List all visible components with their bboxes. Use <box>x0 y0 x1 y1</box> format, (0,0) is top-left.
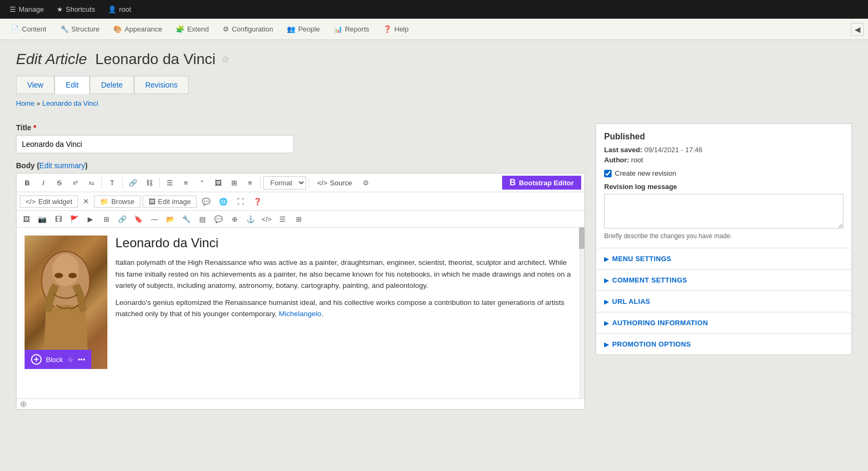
manage-label: Manage <box>19 5 44 13</box>
align-button[interactable]: ≡ <box>243 176 257 190</box>
revision-log-textarea[interactable] <box>604 194 843 229</box>
menu-settings-section[interactable]: ▶ MENU SETTINGS <box>596 248 851 270</box>
remove-format-button[interactable]: T <box>105 176 120 190</box>
insert-columns-icon-btn[interactable]: ▤ <box>196 213 209 225</box>
url-alias-section[interactable]: ▶ URL ALIAS <box>596 291 851 312</box>
format-dropdown[interactable]: Format <box>263 176 306 190</box>
tab-view[interactable]: View <box>16 76 54 94</box>
insert-flag-icon-btn[interactable]: 🚩 <box>68 213 81 225</box>
resize-icon: ⊕ <box>20 399 27 409</box>
config-icon: ⚙ <box>223 25 229 33</box>
people-icon: 👥 <box>287 25 295 33</box>
insert-special-icon-btn[interactable]: ⊕ <box>228 213 241 225</box>
insert-html-icon-btn[interactable]: </> <box>260 213 273 225</box>
toolbar-sep-3 <box>159 177 160 188</box>
block-overlay[interactable]: + Block ☆ ••• <box>25 350 91 369</box>
manage-menu-item[interactable]: ☰ Manage <box>4 0 49 19</box>
title-input[interactable] <box>16 135 294 153</box>
menu-settings-label: MENU SETTINGS <box>612 255 671 263</box>
breadcrumb-current[interactable]: Leonardo da Vinci <box>42 99 98 107</box>
insert-image-icon-btn[interactable]: 🖼 <box>20 213 33 225</box>
image-button[interactable]: 🖼 <box>210 176 225 190</box>
numbered-list-button[interactable]: ≡ <box>178 176 193 190</box>
bold-button[interactable]: B <box>20 176 35 190</box>
source-button[interactable]: </> Source <box>312 177 357 189</box>
scroll-track[interactable] <box>579 227 584 398</box>
close-widget-button[interactable]: ✕ <box>80 195 92 207</box>
blockquote-button[interactable]: " <box>194 176 209 190</box>
insert-bookmark-icon-btn[interactable]: 🔖 <box>132 213 145 225</box>
nav-structure[interactable]: 🔧 Structure <box>54 19 106 40</box>
language-button[interactable]: 🌐 <box>216 194 231 208</box>
insert-anchor-icon-btn[interactable]: ⚓ <box>244 213 257 225</box>
insert-video-icon-btn[interactable]: ▶ <box>84 213 97 225</box>
link-button[interactable]: 🔗 <box>126 176 140 190</box>
root-menu-item[interactable]: 👤 root <box>103 0 136 19</box>
nav-content[interactable]: 📄 Content <box>4 19 53 40</box>
scroll-thumb[interactable] <box>579 227 584 249</box>
comment-settings-arrow: ▶ <box>604 277 609 284</box>
authoring-info-section[interactable]: ▶ AUTHORING INFORMATION <box>596 312 851 334</box>
help-button[interactable]: ❓ <box>250 194 265 208</box>
left-panel: Title * Body (Edit summary) B I S x² x₂ … <box>16 123 585 410</box>
shortcuts-menu-item[interactable]: ★ Shortcuts <box>51 0 100 19</box>
fullscreen-button[interactable]: ⛶ <box>233 194 248 208</box>
insert-comment-icon-btn[interactable]: 💬 <box>212 213 225 225</box>
shortcuts-label: Shortcuts <box>66 5 95 13</box>
michelangelo-link[interactable]: Michelangelo <box>279 310 322 318</box>
editor-settings-button[interactable]: ⚙ <box>358 176 373 190</box>
edit-summary-link[interactable]: Edit summary <box>40 161 85 170</box>
insert-widget-icon-btn[interactable]: 🔧 <box>180 213 193 225</box>
edit-image-button[interactable]: 🖼 Edit image <box>143 195 197 208</box>
browse-button[interactable]: 📁 Browse <box>94 195 140 208</box>
published-section: Published Last saved: 09/14/2021 - 17:46… <box>596 124 851 248</box>
nav-appearance[interactable]: 🎨 Appearance <box>107 19 168 40</box>
appearance-icon: 🎨 <box>113 25 122 33</box>
create-revision-checkbox[interactable] <box>604 170 612 177</box>
strikethrough-button[interactable]: S <box>52 176 67 190</box>
title-field-label: Title * <box>16 123 585 132</box>
insert-media-icon-btn[interactable]: 🎞 <box>52 213 65 225</box>
help-icon: ❓ <box>383 25 392 33</box>
insert-template-icon-btn[interactable]: ☰ <box>276 213 289 225</box>
edit-widget-button[interactable]: </> Edit widget <box>20 195 78 208</box>
breadcrumb-home[interactable]: Home <box>16 99 35 107</box>
breadcrumb-sep: » <box>36 99 40 107</box>
last-saved-meta: Last saved: 09/14/2021 - 17:46 <box>604 146 843 154</box>
authoring-info-label: AUTHORING INFORMATION <box>612 319 708 327</box>
italic-button[interactable]: I <box>36 176 51 190</box>
tab-edit[interactable]: Edit <box>54 76 90 94</box>
bootstrap-editor-button[interactable]: B Bootstrap Editor <box>502 176 581 190</box>
promotion-options-section[interactable]: ▶ PROMOTION OPTIONS <box>596 334 851 355</box>
table-button[interactable]: ⊞ <box>226 176 241 190</box>
authoring-info-arrow: ▶ <box>604 319 609 327</box>
unlink-button[interactable]: ⛓ <box>142 176 157 190</box>
block-star-icon: ☆ <box>67 356 74 364</box>
bullet-list-button[interactable]: ☰ <box>162 176 177 190</box>
nav-extend[interactable]: 🧩 Extend <box>169 19 215 40</box>
subscript-button[interactable]: x₂ <box>84 176 99 190</box>
editor-content[interactable]: + Block ☆ ••• Leonardo da Vinci Italian … <box>17 227 584 398</box>
nav-people[interactable]: 👥 People <box>280 19 326 40</box>
nav-help[interactable]: ❓ Help <box>377 19 415 40</box>
create-revision-row: Create new revision <box>604 169 843 177</box>
nav-collapse-btn[interactable]: ◀ <box>851 23 864 36</box>
insert-photo-icon-btn[interactable]: 📷 <box>36 213 49 225</box>
insert-table-icon-btn[interactable]: ⊞ <box>100 213 113 225</box>
tab-revisions[interactable]: Revisions <box>134 76 189 94</box>
comment-settings-section[interactable]: ▶ COMMENT SETTINGS <box>596 270 851 291</box>
caption-button[interactable]: 💬 <box>199 194 214 208</box>
superscript-button[interactable]: x² <box>68 176 83 190</box>
nav-configuration[interactable]: ⚙ Configuration <box>216 19 279 40</box>
admin-bar: ☰ Manage ★ Shortcuts 👤 root <box>0 0 868 19</box>
url-alias-arrow: ▶ <box>604 298 609 305</box>
insert-file-icon-btn[interactable]: 📂 <box>164 213 177 225</box>
favorite-star-icon[interactable]: ☆ <box>221 53 230 65</box>
insert-grid-icon-btn[interactable]: ⊞ <box>292 213 305 225</box>
extend-icon: 🧩 <box>176 25 184 33</box>
insert-hr-icon-btn[interactable]: — <box>148 213 161 225</box>
insert-link-icon-btn[interactable]: 🔗 <box>116 213 129 225</box>
nav-reports[interactable]: 📊 Reports <box>327 19 376 40</box>
tab-delete[interactable]: Delete <box>90 76 134 94</box>
resize-handle[interactable]: ⊕ <box>17 398 584 409</box>
